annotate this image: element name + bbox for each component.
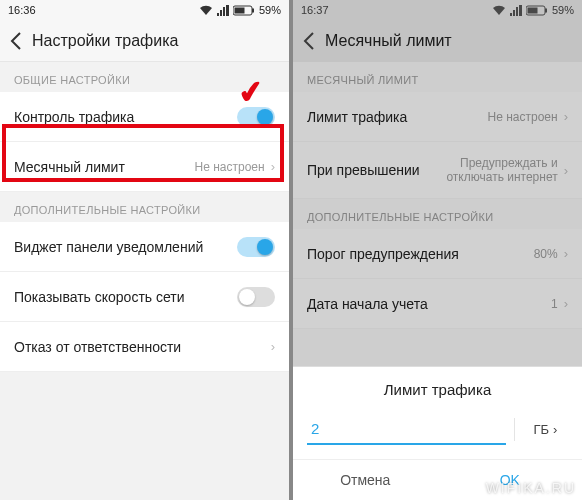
row-monthly-limit[interactable]: Месячный лимит Не настроен ›: [0, 142, 289, 192]
ok-button[interactable]: OK: [438, 460, 583, 500]
unit-select[interactable]: ГБ ›: [514, 418, 568, 441]
row-label: Месячный лимит: [14, 159, 125, 175]
toggle-widget[interactable]: [237, 237, 275, 257]
row-traffic-limit[interactable]: Лимит трафика Не настроен ›: [293, 92, 582, 142]
wifi-icon: [199, 5, 213, 16]
modal-title: Лимит трафика: [307, 381, 568, 398]
phone-left: 16:36 59% Настройки трафика ОБЩИЕ НАСТРО…: [0, 0, 289, 500]
row-label: Контроль трафика: [14, 109, 134, 125]
row-label: При превышении: [307, 162, 420, 178]
row-label: Дата начала учета: [307, 296, 428, 312]
page-title: Настройки трафика: [32, 32, 178, 50]
row-label: Порог предупреждения: [307, 246, 459, 262]
content: МЕСЯЧНЫЙ ЛИМИТ Лимит трафика Не настроен…: [293, 62, 582, 329]
section-label-limit: МЕСЯЧНЫЙ ЛИМИТ: [293, 62, 582, 92]
page-title: Месячный лимит: [325, 32, 452, 50]
battery-icon: [526, 5, 548, 16]
row-value: Не настроен: [195, 160, 265, 174]
toggle-net-speed[interactable]: [237, 287, 275, 307]
signal-icon: [510, 5, 522, 16]
header: Настройки трафика: [0, 20, 289, 62]
row-traffic-control[interactable]: Контроль трафика: [0, 92, 289, 142]
status-icons: 59%: [199, 4, 281, 16]
row-warn-threshold[interactable]: Порог предупреждения 80% ›: [293, 229, 582, 279]
chevron-right-icon: ›: [564, 246, 568, 261]
signal-icon: [217, 5, 229, 16]
row-label: Лимит трафика: [307, 109, 407, 125]
phone-right: 16:37 59% Месячный лимит МЕСЯЧНЫЙ ЛИМИТ …: [293, 0, 582, 500]
status-time: 16:36: [8, 4, 36, 16]
section-label-additional: ДОПОЛНИТЕЛЬНЫЕ НАСТРОЙКИ: [293, 199, 582, 229]
chevron-right-icon: ›: [271, 339, 275, 354]
battery-pct: 59%: [259, 4, 281, 16]
statusbar: 16:36 59%: [0, 0, 289, 20]
row-value: 80%: [534, 247, 558, 261]
back-icon[interactable]: [10, 32, 22, 50]
row-start-date[interactable]: Дата начала учета 1 ›: [293, 279, 582, 329]
svg-rect-1: [234, 7, 244, 13]
row-value: Не настроен: [488, 110, 558, 124]
status-time: 16:37: [301, 4, 329, 16]
unit-label: ГБ: [534, 422, 550, 437]
chevron-right-icon: ›: [553, 422, 557, 437]
row-widget[interactable]: Виджет панели уведомлений: [0, 222, 289, 272]
chevron-right-icon: ›: [564, 163, 568, 178]
chevron-right-icon: ›: [564, 296, 568, 311]
statusbar: 16:37 59%: [293, 0, 582, 20]
toggle-traffic-control[interactable]: [237, 107, 275, 127]
battery-pct: 59%: [552, 4, 574, 16]
row-value: Предупреждать и отключать интернет: [428, 156, 558, 184]
row-on-exceed[interactable]: При превышении Предупреждать и отключать…: [293, 142, 582, 199]
cancel-button[interactable]: Отмена: [293, 460, 438, 500]
row-value: 1: [551, 297, 558, 311]
chevron-right-icon: ›: [271, 159, 275, 174]
limit-input[interactable]: [307, 414, 506, 445]
svg-rect-5: [545, 8, 547, 12]
row-net-speed[interactable]: Показывать скорость сети: [0, 272, 289, 322]
section-label-additional: ДОПОЛНИТЕЛЬНЫЕ НАСТРОЙКИ: [0, 192, 289, 222]
modal-traffic-limit: Лимит трафика ГБ › Отмена OK: [293, 366, 582, 500]
section-label-general: ОБЩИЕ НАСТРОЙКИ: [0, 62, 289, 92]
battery-icon: [233, 5, 255, 16]
wifi-icon: [492, 5, 506, 16]
header: Месячный лимит: [293, 20, 582, 62]
svg-rect-4: [527, 7, 537, 13]
status-icons: 59%: [492, 4, 574, 16]
chevron-right-icon: ›: [564, 109, 568, 124]
row-disclaimer[interactable]: Отказ от ответственности ›: [0, 322, 289, 372]
svg-rect-2: [252, 8, 254, 12]
row-label: Показывать скорость сети: [14, 289, 185, 305]
back-icon[interactable]: [303, 32, 315, 50]
row-label: Отказ от ответственности: [14, 339, 181, 355]
row-label: Виджет панели уведомлений: [14, 239, 203, 255]
